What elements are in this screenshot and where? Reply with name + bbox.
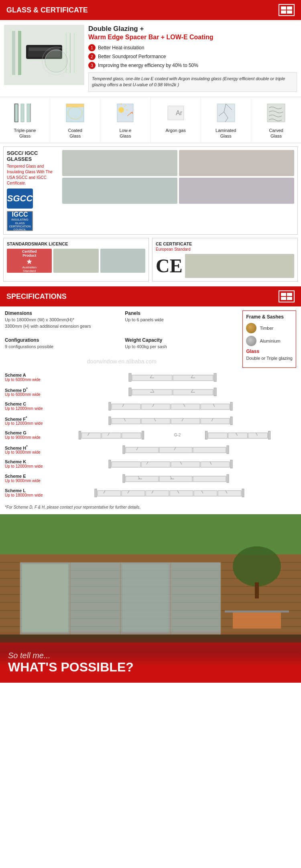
glass-cert-section: GLASS & CERTIFICATE xyxy=(0,0,301,282)
timber-circle xyxy=(246,323,256,333)
svg-rect-72 xyxy=(82,433,101,438)
scheme-row-a: Scheme A Up to 6000mm wide xyxy=(5,372,296,383)
svg-rect-42 xyxy=(214,373,216,381)
svg-rect-62 xyxy=(112,418,140,424)
coated-icon xyxy=(61,101,89,125)
specs-header: SPECIFICATIONS xyxy=(0,286,301,306)
svg-rect-92 xyxy=(109,460,111,468)
specs-section: SPECIFICATIONS Dimensions Up to 18000mm … xyxy=(0,286,301,514)
svg-rect-110 xyxy=(95,489,97,497)
laminated-icon xyxy=(212,101,240,125)
svg-rect-51 xyxy=(109,402,111,410)
spec-panels-label: Panels xyxy=(125,310,238,316)
scheme-label-e: Scheme E Up to 9000mm wide xyxy=(5,474,57,483)
glass-cert-header: GLASS & CERTIFICATE xyxy=(0,0,301,20)
scheme-diagram-a xyxy=(60,372,296,383)
glass-cert-title: GLASS & CERTIFICATE xyxy=(6,6,88,14)
svg-rect-84 xyxy=(268,431,270,439)
svg-rect-50 xyxy=(214,388,216,396)
specs-bottom-row: Configurations 9 configurations possible… xyxy=(5,337,238,354)
svg-rect-88 xyxy=(159,447,192,453)
spec-configs-label: Configurations xyxy=(5,337,118,343)
watermark: doorwindow.en.alibaba.com xyxy=(5,357,238,368)
scheme-row-g: Scheme G Up to 9000mm wide G-2 xyxy=(5,430,296,441)
scheme-diagram-c xyxy=(60,401,296,412)
svg-rect-117 xyxy=(170,491,193,496)
std-img-1: CertifiedProduct AustralianStandard xyxy=(7,249,52,273)
feat-num-3: 3 xyxy=(88,62,96,69)
aluminium-circle xyxy=(246,336,256,346)
feat-text-2: Better Soundproof Performance xyxy=(98,54,166,59)
svg-rect-58 xyxy=(201,404,230,410)
feat-num-1: 1 xyxy=(88,44,96,51)
svg-text:Ar: Ar xyxy=(176,110,183,116)
spec-weight: Weight Capacity Up to 400kg per sash xyxy=(125,337,238,350)
spec-dimensions-value: Up to 18000mm (W) x 3000mm(H)*3300mm (H)… xyxy=(5,317,118,329)
svg-rect-140 xyxy=(22,564,68,633)
scheme-row-h: Scheme H* Up to 9000mm wide xyxy=(5,444,296,455)
glass-type-triple-pane: Triple-paneGlass xyxy=(0,97,50,143)
scheme-diagram-h xyxy=(60,444,296,455)
svg-rect-1 xyxy=(12,31,15,75)
glass-type-label-argon: Argon gas xyxy=(166,128,186,133)
glass-type-coated: CoatedGlass xyxy=(50,97,100,143)
sgcc-title: SGCC/ IGCCGLASSES xyxy=(7,150,59,162)
scheme-label-c: Scheme C Up to 12000mm wide xyxy=(5,402,57,411)
svg-rect-66 xyxy=(171,418,200,424)
whats-possible-text: WHAT'S POSSIBLE? xyxy=(8,660,293,674)
svg-rect-80 xyxy=(228,433,248,438)
lowe-icon xyxy=(111,101,139,125)
std-img-3 xyxy=(100,249,145,273)
specs-header-icon xyxy=(279,290,295,302)
svg-rect-90 xyxy=(193,447,226,453)
specs-footnote: *For Scheme D, F & H, please contact you… xyxy=(0,502,301,514)
feature-3: 3 Improving the energy efficiency by 40%… xyxy=(88,62,297,69)
svg-rect-78 xyxy=(205,431,207,439)
header-icon xyxy=(279,4,295,16)
sgcc-description: Tempered Glass and Insulating Glass With… xyxy=(7,164,59,186)
spec-configs-value: 9 configurations possible xyxy=(5,344,118,350)
schemes-section: Scheme A Up to 6000mm wide Scheme xyxy=(0,372,301,499)
glass-section-label: Glass xyxy=(246,349,293,354)
aluminium-item: Aluminium xyxy=(246,336,293,346)
double-glazing-block: Double Glazing + Warm Edge Spacer Bar + … xyxy=(0,20,301,97)
spec-dimensions-label: Dimensions xyxy=(5,310,118,316)
glass-type-label-carved: CarvedGlass xyxy=(269,128,283,139)
svg-rect-70 xyxy=(230,417,232,425)
glazing-image xyxy=(4,25,84,85)
svg-rect-113 xyxy=(122,491,145,496)
svg-rect-108 xyxy=(193,476,226,482)
svg-rect-143 xyxy=(233,612,281,629)
svg-rect-115 xyxy=(146,491,169,496)
scheme-label-d: Scheme D* Up to 6000mm wide xyxy=(5,387,57,397)
svg-rect-98 xyxy=(201,462,230,467)
svg-rect-76 xyxy=(122,433,141,438)
cert-logos: SGCC IGCC INSULATING GLASS CERTIFICATION… xyxy=(7,189,59,231)
feat-text-1: Better Heat-insulation xyxy=(98,45,144,51)
ce-img-1 xyxy=(185,254,294,278)
svg-rect-105 xyxy=(159,476,192,482)
svg-rect-121 xyxy=(218,491,241,496)
scheme-label-g: Scheme G Up to 9000mm wide xyxy=(5,430,57,440)
svg-rect-56 xyxy=(171,404,200,410)
bottom-photo-overlay: So tell me... WHAT'S POSSIBLE? xyxy=(0,631,301,683)
scheme-diagram-g2 xyxy=(185,430,296,441)
igcc-logo: IGCC INSULATING GLASS CERTIFICATION COUN… xyxy=(7,211,33,231)
std-img-2 xyxy=(53,249,98,273)
spec-weight-label: Weight Capacity xyxy=(125,337,238,343)
specs-title: SPECIFICATIONS xyxy=(6,292,67,301)
spec-configs: Configurations 9 configurations possible xyxy=(5,337,118,350)
svg-rect-96 xyxy=(171,462,200,467)
scheme-row-f: Scheme F* Up to 12000mm wide xyxy=(5,415,296,426)
cert-img-4 xyxy=(179,178,294,204)
scheme-row-e: Scheme E Up to 9000mm wide xyxy=(5,473,296,484)
glass-types-row: Triple-paneGlass CoatedGlass xyxy=(0,97,301,144)
svg-marker-34 xyxy=(27,259,32,264)
argon-icon: Ar xyxy=(162,101,190,125)
svg-rect-111 xyxy=(98,491,121,496)
svg-point-10 xyxy=(45,50,67,72)
scheme-diagram-d xyxy=(60,386,296,397)
cert-img-1 xyxy=(62,150,177,176)
scheme-diagram-l xyxy=(60,487,296,499)
ce-block: CE CERTIFICATE European Standard CE xyxy=(152,238,298,282)
